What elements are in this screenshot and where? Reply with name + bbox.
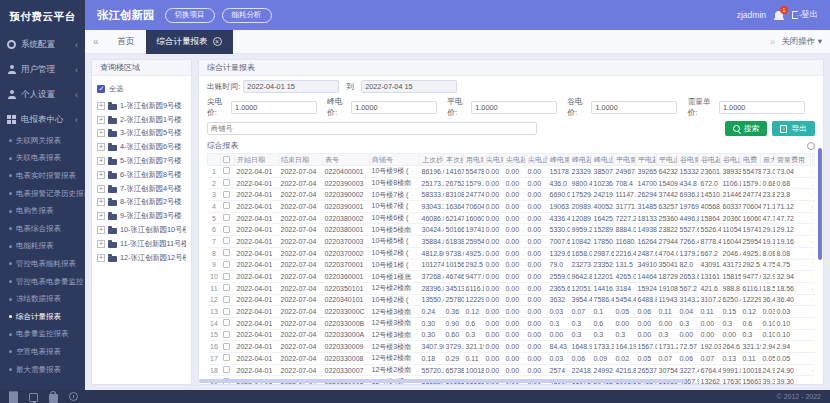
row-checkbox[interactable] [221, 329, 235, 341]
column-header[interactable]: 平电量 [614, 154, 636, 166]
expand-node-icon[interactable]: + [97, 116, 105, 124]
tree-node[interactable]: + 2-张江创新园1号楼 [97, 113, 186, 127]
column-header[interactable]: 峰电止码 [592, 154, 614, 166]
select-all-rows-checkbox[interactable] [221, 154, 235, 166]
sidebar-submenu-item[interactable]: 电表报警记录历史报表 [0, 185, 85, 203]
column-header[interactable]: 电表ID [813, 154, 815, 166]
horizontal-scrollbar-thumb[interactable] [199, 379, 686, 383]
vertical-scrollbar-thumb[interactable] [818, 148, 822, 260]
sidebar-nav-item[interactable]: 个人设置 ‹ [0, 82, 85, 107]
column-header[interactable]: 开始日期 [235, 154, 279, 166]
expand-node-icon[interactable]: + [97, 157, 105, 165]
tree-node[interactable]: + 10-张江创新园10号楼 [97, 223, 186, 237]
sidebar-submenu-item[interactable]: 冻结数据报表 [0, 290, 85, 308]
column-header[interactable]: 尖电量 [484, 154, 504, 166]
row-checkbox[interactable] [221, 201, 235, 213]
logout-button[interactable]: 登出 [792, 9, 818, 21]
export-button[interactable]: 导出 [772, 121, 815, 136]
table-settings-gear-icon[interactable] [807, 142, 815, 150]
column-header[interactable]: 最大需量 [761, 154, 775, 166]
row-checkbox[interactable] [221, 282, 235, 294]
sidebar-nav-item[interactable]: 系统配置 ‹ [0, 32, 85, 57]
row-checkbox[interactable] [221, 353, 235, 365]
row-checkbox[interactable] [221, 341, 235, 353]
price-input[interactable] [591, 101, 677, 114]
row-checkbox[interactable] [221, 247, 235, 259]
row-checkbox[interactable] [221, 306, 235, 318]
column-header[interactable]: 尖电止码 [526, 154, 548, 166]
column-header[interactable]: 表号 [323, 154, 370, 166]
date-to-input[interactable] [361, 80, 457, 93]
energy-analysis-button[interactable]: 能耗分析 [222, 8, 272, 23]
collapse-tabs-icon[interactable]: « [93, 36, 99, 47]
tree-node[interactable]: + 9-张江创新园3号楼 [97, 209, 186, 223]
search-button[interactable]: 搜索 [725, 121, 768, 136]
column-header[interactable]: 用电量 [464, 154, 484, 166]
row-checkbox[interactable] [221, 189, 235, 201]
expand-node-icon[interactable]: + [97, 212, 105, 220]
monitor-icon[interactable] [29, 393, 38, 402]
expand-node-icon[interactable]: + [97, 185, 105, 193]
column-header[interactable]: 峰电量 [548, 154, 570, 166]
row-checkbox[interactable] [221, 224, 235, 236]
tree-node[interactable]: + 1-张江创新园9号楼 [97, 99, 186, 113]
price-input[interactable] [719, 101, 805, 114]
tree-node[interactable]: + 12-张江创新园12号楼 [97, 251, 186, 265]
notifications-button[interactable]: 1 [775, 10, 783, 20]
expand-node-icon[interactable]: + [97, 102, 105, 110]
sidebar-submenu-item[interactable]: 最大需量报表 [0, 361, 85, 379]
sidebar-submenu-item[interactable]: 管控电表能耗报表 [0, 255, 85, 273]
row-checkbox[interactable] [221, 166, 235, 178]
tree-node[interactable]: + 6-张江创新园8号楼 [97, 168, 186, 182]
sidebar-nav-item[interactable]: 用户管理 ‹ [0, 57, 85, 82]
row-checkbox[interactable] [221, 259, 235, 271]
tab-active-report[interactable]: 综合计量报表 × [146, 30, 233, 54]
row-checkbox[interactable] [221, 212, 235, 224]
tab-home[interactable]: 首页 [107, 30, 146, 54]
checkbox-checked-icon[interactable] [97, 85, 105, 93]
tree-node[interactable]: + 4-张江创新园6号楼 [97, 140, 186, 154]
close-operations-dropdown[interactable]: 关闭操作 ▾ [781, 36, 822, 48]
expand-node-icon[interactable]: + [97, 129, 105, 137]
expand-node-icon[interactable]: + [97, 143, 105, 151]
tree-node[interactable]: + 7-张江创新园4号楼 [97, 182, 186, 196]
tree-node[interactable]: + 5-张江创新园7号楼 [97, 154, 186, 168]
price-input[interactable] [351, 101, 437, 114]
column-header[interactable]: 商铺号 [370, 154, 420, 166]
expand-node-icon[interactable]: + [97, 240, 105, 248]
column-header[interactable]: 尖电起码 [504, 154, 526, 166]
column-header[interactable]: 谷电止码 [721, 154, 741, 166]
column-header[interactable]: 结束日期 [279, 154, 323, 166]
sidebar-submenu-item[interactable]: 电参量监控报表 [0, 326, 85, 344]
expand-node-icon[interactable]: + [97, 254, 105, 262]
date-from-input[interactable] [243, 80, 339, 93]
row-checkbox[interactable] [221, 317, 235, 329]
sidebar-nav-item[interactable]: 电报表中心 ‹ [0, 107, 85, 132]
row-checkbox[interactable] [221, 271, 235, 283]
expand-tabs-icon[interactable]: » [770, 36, 776, 47]
shop-number-input[interactable] [207, 122, 537, 135]
sidebar-submenu-item[interactable]: 电能耗报表 [0, 238, 85, 256]
column-header[interactable]: 平电起码 [636, 154, 657, 166]
switch-project-button[interactable]: 切换项目 [165, 8, 215, 23]
price-input[interactable] [471, 101, 557, 114]
price-input[interactable] [231, 101, 317, 114]
row-checkbox[interactable] [221, 364, 235, 376]
column-header[interactable]: 需量费用 [775, 154, 811, 166]
clock-icon[interactable] [69, 392, 78, 401]
column-header[interactable]: 平电止码 [657, 154, 678, 166]
tree-node[interactable]: + 11-张江创新园11号楼 [97, 237, 186, 251]
tree-node[interactable]: + 8-张江创新园2号楼 [97, 196, 186, 210]
row-checkbox[interactable] [221, 177, 235, 189]
column-header[interactable]: 谷电量 [678, 154, 699, 166]
sidebar-submenu-item[interactable]: 空置电表报表 [0, 343, 85, 361]
row-checkbox[interactable] [221, 294, 235, 306]
tree-node[interactable]: + 3-张江创新园5号楼 [97, 127, 186, 141]
sidebar-submenu-item[interactable]: 电表实时报警报表 [0, 167, 85, 185]
select-all-checkbox[interactable]: 全选 [97, 84, 186, 94]
column-header[interactable]: 上次抄表 [420, 154, 444, 166]
close-tab-icon[interactable]: × [213, 37, 222, 46]
menu-icon[interactable] [9, 394, 18, 403]
sidebar-submenu-item[interactable]: 管控电表电参量监控 [0, 273, 85, 291]
sidebar-submenu-item[interactable]: 电购售报表 [0, 202, 85, 220]
